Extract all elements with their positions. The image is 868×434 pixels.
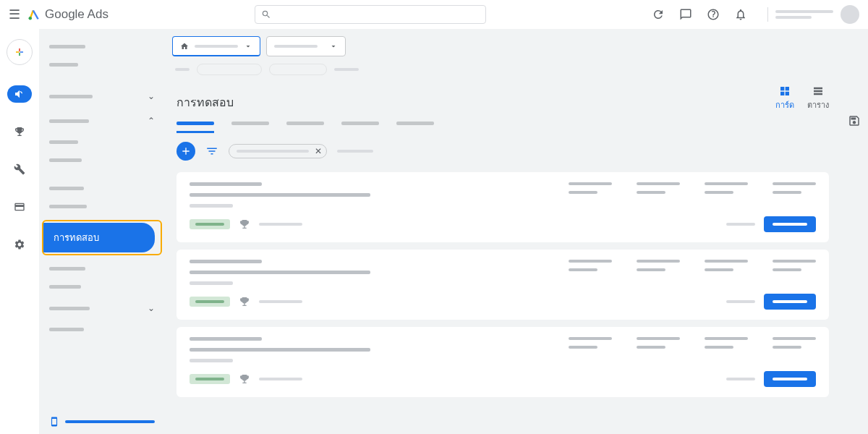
nav-rail: [0, 29, 39, 434]
tools-icon: [14, 163, 25, 175]
ads-logo-icon: [27, 8, 41, 21]
sidebar-item[interactable]: [39, 41, 165, 53]
view-card-label: การ์ด: [775, 98, 794, 111]
scope-campaign-chip[interactable]: [266, 36, 346, 56]
menu-icon[interactable]: ☰: [9, 7, 20, 22]
caret-down-icon: [329, 42, 338, 51]
rail-billing[interactable]: [7, 198, 32, 216]
megaphone-icon: [14, 88, 25, 100]
experiment-card[interactable]: [176, 172, 829, 242]
right-rail: [841, 80, 868, 409]
rail-admin[interactable]: [7, 236, 32, 253]
account-switcher[interactable]: [767, 5, 859, 24]
svg-point-0: [29, 17, 33, 20]
trophy-icon: [239, 296, 250, 307]
notifications-icon[interactable]: [734, 8, 747, 21]
sidebar-item[interactable]: ⌄: [39, 87, 165, 106]
chevron-down-icon: ⌄: [148, 303, 155, 313]
home-icon: [180, 42, 189, 51]
chevron-down-icon: ⌄: [148, 91, 155, 101]
chevron-up-icon: ⌃: [148, 116, 155, 126]
help-icon[interactable]: [707, 8, 720, 21]
card-icon: [14, 201, 25, 213]
product-logo[interactable]: Google Ads: [27, 7, 109, 22]
status-badge: [190, 219, 230, 229]
sidebar-item[interactable]: ⌄: [39, 299, 165, 318]
breadcrumb: [165, 56, 868, 80]
status-badge: [190, 297, 230, 307]
tab[interactable]: [176, 116, 214, 133]
gear-icon: [14, 239, 25, 250]
search-input[interactable]: [255, 5, 486, 24]
sidebar-item[interactable]: [39, 200, 165, 213]
apply-button[interactable]: [764, 294, 816, 310]
device-icon: [49, 417, 59, 427]
trophy-icon: [239, 373, 250, 385]
refresh-icon[interactable]: [652, 8, 665, 21]
apply-button[interactable]: [764, 216, 816, 232]
filter-icon[interactable]: [205, 145, 218, 158]
rail-goals[interactable]: [7, 123, 32, 140]
plus-icon: [180, 145, 192, 157]
trophy-icon: [239, 218, 250, 230]
experiment-card[interactable]: [176, 250, 829, 320]
app-header: ☰ Google Ads: [0, 0, 868, 29]
plus-multicolor-icon: [12, 45, 27, 59]
table-icon: [812, 85, 824, 97]
experiment-cards: [165, 169, 841, 409]
tab[interactable]: [286, 116, 324, 133]
sidebar-item[interactable]: ⌃: [39, 111, 165, 130]
close-icon[interactable]: ✕: [315, 146, 322, 156]
scope-account-chip[interactable]: [172, 36, 260, 56]
apply-button[interactable]: [764, 371, 816, 387]
sidebar-item[interactable]: [39, 263, 165, 275]
view-table-label: ตาราง: [807, 98, 829, 111]
create-button[interactable]: [7, 39, 33, 65]
secondary-sidebar: ⌄ ⌃ การทดสอบ ⌄: [39, 29, 165, 434]
toolbar: ✕: [165, 133, 841, 169]
scope-bar: [165, 29, 868, 56]
add-button[interactable]: [176, 142, 195, 161]
caret-down-icon: [244, 42, 252, 51]
filter-chip[interactable]: ✕: [229, 144, 327, 158]
page-title: การทดสอบ: [176, 93, 234, 111]
tab[interactable]: [231, 116, 269, 133]
avatar[interactable]: [841, 5, 859, 24]
grid-icon: [779, 85, 791, 97]
sidebar-item[interactable]: [39, 182, 165, 195]
tab[interactable]: [396, 116, 434, 133]
sidebar-item-label: การทดสอบ: [54, 232, 99, 243]
tab[interactable]: [341, 116, 379, 133]
tabs: [165, 111, 841, 133]
save-icon[interactable]: [848, 114, 861, 127]
sidebar-footer[interactable]: [39, 409, 165, 434]
rail-campaigns[interactable]: [7, 85, 32, 103]
search-icon: [261, 9, 271, 20]
product-name: Google Ads: [45, 7, 109, 22]
chat-icon[interactable]: [679, 8, 692, 21]
sidebar-item[interactable]: [39, 323, 165, 336]
view-table-toggle[interactable]: ตาราง: [807, 85, 829, 111]
sidebar-item[interactable]: [39, 281, 165, 293]
sidebar-item[interactable]: [39, 59, 165, 71]
sidebar-item[interactable]: [39, 154, 165, 166]
status-badge: [190, 374, 230, 384]
sidebar-item[interactable]: [39, 136, 165, 148]
view-card-toggle[interactable]: การ์ด: [775, 85, 794, 111]
experiment-card[interactable]: [176, 327, 829, 397]
rail-tools[interactable]: [7, 161, 32, 178]
sidebar-item-experiments[interactable]: การทดสอบ: [43, 223, 155, 252]
trophy-icon: [14, 126, 25, 137]
